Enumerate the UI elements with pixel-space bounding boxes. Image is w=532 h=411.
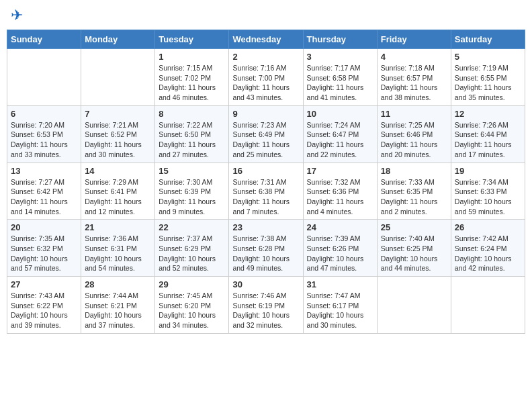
logo: ✈ [9,7,23,24]
cell-content: Sunrise: 7:25 AM Sunset: 6:46 PM Dayligh… [381,120,447,160]
calendar-cell: 11Sunrise: 7:25 AM Sunset: 6:46 PM Dayli… [377,105,451,163]
day-number: 18 [381,166,447,176]
day-of-week-header: Sunday [7,30,81,49]
day-number: 28 [85,279,151,289]
day-number: 3 [307,52,373,62]
page-header: ✈ [7,7,525,24]
calendar-cell: 3Sunrise: 7:17 AM Sunset: 6:58 PM Daylig… [303,49,377,106]
day-number: 23 [232,222,299,232]
calendar-cell [451,277,525,334]
calendar-week-row: 1Sunrise: 7:15 AM Sunset: 7:02 PM Daylig… [7,49,525,106]
calendar-table: SundayMondayTuesdayWednesdayThursdayFrid… [7,30,525,334]
calendar-cell: 7Sunrise: 7:21 AM Sunset: 6:52 PM Daylig… [81,105,155,163]
day-number: 31 [307,279,373,289]
cell-content: Sunrise: 7:34 AM Sunset: 6:33 PM Dayligh… [455,177,521,217]
calendar-cell [377,277,451,334]
day-number: 29 [159,279,225,289]
calendar-header-row: SundayMondayTuesdayWednesdayThursdayFrid… [7,30,525,49]
cell-content: Sunrise: 7:42 AM Sunset: 6:24 PM Dayligh… [455,234,521,273]
day-number: 1 [159,52,225,62]
cell-content: Sunrise: 7:18 AM Sunset: 6:57 PM Dayligh… [381,63,447,103]
day-number: 16 [232,166,299,176]
calendar-cell: 1Sunrise: 7:15 AM Sunset: 7:02 PM Daylig… [155,49,229,106]
day-number: 19 [455,166,521,176]
calendar-cell: 8Sunrise: 7:22 AM Sunset: 6:50 PM Daylig… [155,105,229,163]
day-number: 30 [232,279,299,289]
calendar-cell: 27Sunrise: 7:43 AM Sunset: 6:22 PM Dayli… [7,277,81,334]
day-number: 14 [85,166,151,176]
day-number: 17 [307,166,373,176]
cell-content: Sunrise: 7:20 AM Sunset: 6:53 PM Dayligh… [11,120,77,160]
cell-content: Sunrise: 7:33 AM Sunset: 6:35 PM Dayligh… [381,177,447,217]
calendar-cell: 19Sunrise: 7:34 AM Sunset: 6:33 PM Dayli… [451,163,525,220]
calendar-cell: 28Sunrise: 7:44 AM Sunset: 6:21 PM Dayli… [81,277,155,334]
day-number: 20 [11,222,77,232]
calendar-week-row: 13Sunrise: 7:27 AM Sunset: 6:42 PM Dayli… [7,163,525,220]
calendar-cell: 2Sunrise: 7:16 AM Sunset: 7:00 PM Daylig… [229,49,303,106]
cell-content: Sunrise: 7:27 AM Sunset: 6:42 PM Dayligh… [11,177,77,217]
calendar-cell [81,49,155,106]
calendar-cell [7,49,81,106]
day-number: 26 [455,222,521,232]
day-number: 22 [159,222,225,232]
calendar-cell: 26Sunrise: 7:42 AM Sunset: 6:24 PM Dayli… [451,220,525,277]
cell-content: Sunrise: 7:19 AM Sunset: 6:55 PM Dayligh… [455,63,521,103]
calendar-cell: 10Sunrise: 7:24 AM Sunset: 6:47 PM Dayli… [303,105,377,163]
calendar-cell: 21Sunrise: 7:36 AM Sunset: 6:31 PM Dayli… [81,220,155,277]
day-number: 6 [11,109,77,119]
cell-content: Sunrise: 7:43 AM Sunset: 6:22 PM Dayligh… [11,291,77,330]
calendar-cell: 15Sunrise: 7:30 AM Sunset: 6:39 PM Dayli… [155,163,229,220]
calendar-cell: 22Sunrise: 7:37 AM Sunset: 6:29 PM Dayli… [155,220,229,277]
day-number: 24 [307,222,373,232]
calendar-week-row: 20Sunrise: 7:35 AM Sunset: 6:32 PM Dayli… [7,220,525,277]
day-number: 25 [381,222,447,232]
day-number: 12 [455,109,521,119]
cell-content: Sunrise: 7:46 AM Sunset: 6:19 PM Dayligh… [232,291,299,330]
calendar-cell: 16Sunrise: 7:31 AM Sunset: 6:38 PM Dayli… [229,163,303,220]
day-of-week-header: Wednesday [229,30,303,49]
day-number: 5 [455,52,521,62]
cell-content: Sunrise: 7:44 AM Sunset: 6:21 PM Dayligh… [85,291,151,330]
cell-content: Sunrise: 7:24 AM Sunset: 6:47 PM Dayligh… [307,120,373,160]
calendar-cell: 29Sunrise: 7:45 AM Sunset: 6:20 PM Dayli… [155,277,229,334]
day-number: 10 [307,109,373,119]
day-number: 27 [11,279,77,289]
calendar-cell: 4Sunrise: 7:18 AM Sunset: 6:57 PM Daylig… [377,49,451,106]
calendar-cell: 17Sunrise: 7:32 AM Sunset: 6:36 PM Dayli… [303,163,377,220]
cell-content: Sunrise: 7:39 AM Sunset: 6:26 PM Dayligh… [307,234,373,273]
cell-content: Sunrise: 7:47 AM Sunset: 6:17 PM Dayligh… [307,291,373,330]
day-number: 13 [11,166,77,176]
day-number: 4 [381,52,447,62]
day-number: 9 [232,109,299,119]
cell-content: Sunrise: 7:23 AM Sunset: 6:49 PM Dayligh… [232,120,299,160]
calendar-cell: 20Sunrise: 7:35 AM Sunset: 6:32 PM Dayli… [7,220,81,277]
day-of-week-header: Tuesday [155,30,229,49]
cell-content: Sunrise: 7:32 AM Sunset: 6:36 PM Dayligh… [307,177,373,217]
day-number: 2 [232,52,299,62]
cell-content: Sunrise: 7:36 AM Sunset: 6:31 PM Dayligh… [85,234,151,273]
calendar-cell: 9Sunrise: 7:23 AM Sunset: 6:49 PM Daylig… [229,105,303,163]
cell-content: Sunrise: 7:40 AM Sunset: 6:25 PM Dayligh… [381,234,447,273]
calendar-cell: 30Sunrise: 7:46 AM Sunset: 6:19 PM Dayli… [229,277,303,334]
day-number: 21 [85,222,151,232]
calendar-cell: 25Sunrise: 7:40 AM Sunset: 6:25 PM Dayli… [377,220,451,277]
calendar-cell: 18Sunrise: 7:33 AM Sunset: 6:35 PM Dayli… [377,163,451,220]
cell-content: Sunrise: 7:22 AM Sunset: 6:50 PM Dayligh… [159,120,225,160]
calendar-cell: 31Sunrise: 7:47 AM Sunset: 6:17 PM Dayli… [303,277,377,334]
logo-text: ✈ [9,7,23,24]
calendar-cell: 23Sunrise: 7:38 AM Sunset: 6:28 PM Dayli… [229,220,303,277]
calendar-cell: 24Sunrise: 7:39 AM Sunset: 6:26 PM Dayli… [303,220,377,277]
cell-content: Sunrise: 7:16 AM Sunset: 7:00 PM Dayligh… [232,63,299,103]
calendar-cell: 6Sunrise: 7:20 AM Sunset: 6:53 PM Daylig… [7,105,81,163]
calendar-cell: 5Sunrise: 7:19 AM Sunset: 6:55 PM Daylig… [451,49,525,106]
cell-content: Sunrise: 7:29 AM Sunset: 6:41 PM Dayligh… [85,177,151,217]
cell-content: Sunrise: 7:15 AM Sunset: 7:02 PM Dayligh… [159,63,225,103]
day-number: 15 [159,166,225,176]
day-of-week-header: Thursday [303,30,377,49]
calendar-week-row: 6Sunrise: 7:20 AM Sunset: 6:53 PM Daylig… [7,105,525,163]
cell-content: Sunrise: 7:26 AM Sunset: 6:44 PM Dayligh… [455,120,521,160]
cell-content: Sunrise: 7:38 AM Sunset: 6:28 PM Dayligh… [232,234,299,273]
day-of-week-header: Friday [377,30,451,49]
day-number: 8 [159,109,225,119]
cell-content: Sunrise: 7:30 AM Sunset: 6:39 PM Dayligh… [159,177,225,217]
